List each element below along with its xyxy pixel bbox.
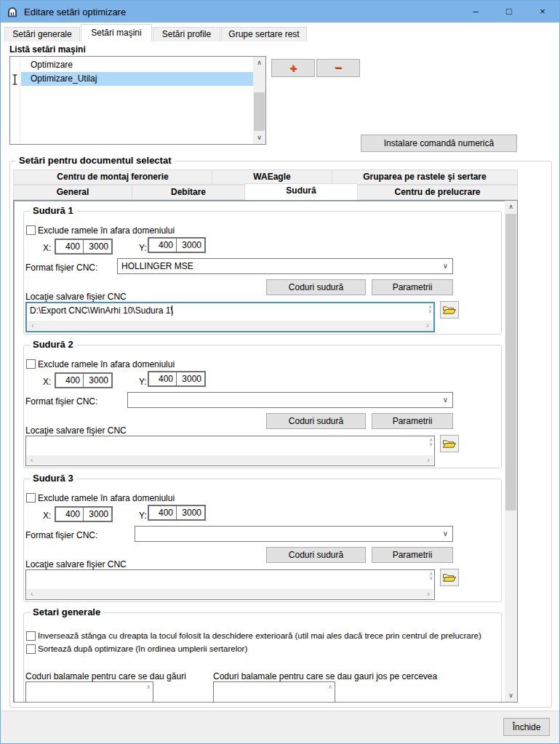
add-machine-button[interactable]: + xyxy=(271,59,315,77)
format-cnc-label: Format fişier CNC: xyxy=(25,396,97,407)
scroll-up-icon[interactable]: ∧ xyxy=(253,57,265,69)
y-max-field[interactable]: 3000 xyxy=(177,506,204,519)
scroll-down-icon[interactable]: ∨ xyxy=(505,689,517,702)
y-max-field[interactable]: 3000 xyxy=(177,239,204,252)
sorteaza-checkbox[interactable] xyxy=(26,644,36,654)
scroll-right-icon[interactable]: › xyxy=(427,590,430,598)
machine-list-label: Listă setări maşini xyxy=(9,44,86,55)
list-item-selected[interactable]: Optimizare_Utilaj xyxy=(21,72,253,86)
scrollbar-thumb[interactable] xyxy=(254,92,265,131)
scroll-up-icon[interactable]: ∧ xyxy=(505,201,517,213)
remove-machine-button[interactable]: − xyxy=(316,59,360,77)
sudura-2-group: Sudură 2 Exclude ramele în afara domeniu… xyxy=(23,345,502,468)
scroll-up-icon[interactable]: ∧ xyxy=(146,684,151,690)
textarea-vscroll-icons[interactable]: ∧∨ xyxy=(428,305,432,313)
hinge-codes-label-2: Coduri balamale pentru care se dau gauri… xyxy=(213,671,437,681)
browse-folder-button[interactable] xyxy=(440,435,459,452)
textarea-hscrollbar[interactable]: ‹› xyxy=(27,455,433,465)
exclude-frames-label: Exclude ramele în afara domeniului xyxy=(38,225,175,236)
doc-settings-group-title: Setări pentru documentul selectat xyxy=(16,155,175,166)
x-max-field[interactable]: 3000 xyxy=(84,508,111,521)
scroll-right-icon[interactable]: › xyxy=(426,321,429,329)
textarea-hscrollbar[interactable]: ‹› xyxy=(27,589,433,599)
scroll-right-icon[interactable]: › xyxy=(427,456,430,464)
location-textarea[interactable]: ∧∨ ‹› xyxy=(25,436,435,466)
parametrii-button[interactable]: Parametrii xyxy=(372,279,453,295)
x-min-field[interactable]: 400 xyxy=(56,508,84,521)
panel-scrollbar[interactable]: ∧ ∨ xyxy=(505,201,517,702)
textarea-vscroll-icons[interactable]: ∧∨ xyxy=(429,438,433,447)
inverseaza-checkbox[interactable] xyxy=(26,631,36,641)
tab-waeagle[interactable]: WAEagle xyxy=(212,169,332,185)
x-min-field[interactable]: 400 xyxy=(56,240,84,253)
sudura-1-title: Sudură 1 xyxy=(30,205,76,216)
exclude-frames-checkbox[interactable] xyxy=(26,359,36,369)
hinge-codes-textarea-1[interactable]: ∧ xyxy=(25,681,153,703)
folder-open-icon xyxy=(442,439,457,449)
browse-folder-button[interactable] xyxy=(440,569,459,586)
tab-gruparea-rastele-sertare[interactable]: Gruparea pe rastele şi sertare xyxy=(332,169,518,185)
x-max-field[interactable]: 3000 xyxy=(84,374,111,387)
y-label: Y: xyxy=(139,511,147,521)
minimize-button[interactable]: – xyxy=(459,1,492,23)
list-scrollbar[interactable]: ∧ ∨ xyxy=(253,57,265,144)
format-cnc-combobox[interactable]: ∨ xyxy=(135,526,453,542)
location-value: D:\Export CNC\WinArhi 10\Sudura 1\ xyxy=(30,305,173,316)
scroll-up-icon[interactable]: ∧ xyxy=(328,684,332,690)
tab-setari-generale[interactable]: Setări generale xyxy=(4,27,80,41)
y-max-field[interactable]: 3000 xyxy=(177,372,204,385)
x-min-field[interactable]: 400 xyxy=(56,374,84,387)
dialog-footer: Închide xyxy=(1,711,559,743)
textarea-vscroll-icons[interactable]: ∧∨ xyxy=(429,572,433,580)
tab-grupe-sertare-rest[interactable]: Grupe sertare rest xyxy=(221,27,307,41)
parametrii-button[interactable]: Parametrii xyxy=(372,413,453,429)
format-cnc-combobox[interactable]: ∨ xyxy=(127,392,453,408)
sudura-2-title: Sudură 2 xyxy=(30,339,76,350)
y-min-field[interactable]: 400 xyxy=(149,372,177,385)
location-label: Locaţie salvare fişier CNC xyxy=(25,559,127,569)
machine-list: Optimizare Optimizare_Utilaj ∧ ∨ xyxy=(9,56,266,145)
sorteaza-label: Sortează după optimizare (în ordinea ump… xyxy=(38,644,247,653)
y-min-field[interactable]: 400 xyxy=(149,239,177,252)
maximize-button[interactable]: □ xyxy=(492,1,526,23)
close-button[interactable]: Închide xyxy=(503,718,550,736)
coduri-sudura-button[interactable]: Coduri sudură xyxy=(266,547,366,563)
coduri-sudura-button[interactable]: Coduri sudură xyxy=(266,279,366,295)
close-window-button[interactable]: × xyxy=(526,1,559,23)
browse-folder-button[interactable] xyxy=(440,301,459,319)
tab-debitare[interactable]: Debitare xyxy=(132,185,245,200)
sudura-1-group: Sudură 1 Exclude ramele în afara domeniu… xyxy=(23,211,502,335)
install-cnc-button[interactable]: Instalare comandă numerică xyxy=(361,135,517,152)
tab-setari-masini[interactable]: Setări maşini xyxy=(81,24,152,41)
hinge-codes-textarea-2[interactable]: ∧ xyxy=(213,681,335,703)
app-icon xyxy=(7,6,18,17)
parametrii-button[interactable]: Parametrii xyxy=(372,547,453,563)
scroll-down-icon[interactable]: ∨ xyxy=(253,132,265,144)
tab-centru-montaj-feronerie[interactable]: Centru de montaj feronerie xyxy=(13,169,212,185)
text-cursor xyxy=(12,74,18,85)
tab-sudura-selected[interactable]: Sudură xyxy=(244,183,358,200)
scroll-left-icon[interactable]: ‹ xyxy=(31,321,34,329)
format-cnc-value: HOLLINGER MSE xyxy=(121,261,193,271)
y-range-fields: 400 3000 xyxy=(148,371,206,387)
exclude-frames-checkbox[interactable] xyxy=(26,493,36,503)
x-max-field[interactable]: 3000 xyxy=(84,240,111,253)
exclude-frames-checkbox[interactable] xyxy=(26,225,36,235)
location-textarea[interactable]: ∧∨ ‹› xyxy=(25,569,435,600)
location-textarea[interactable]: D:\Export CNC\WinArhi 10\Sudura 1\ ∧∨ ‹› xyxy=(25,302,435,332)
coduri-sudura-button[interactable]: Coduri sudură xyxy=(266,413,366,429)
textarea-hscrollbar[interactable]: ‹› xyxy=(28,321,433,330)
scroll-left-icon[interactable]: ‹ xyxy=(31,456,33,464)
tab-centru-prelucrare[interactable]: Centru de prelucrare xyxy=(357,185,518,200)
folder-open-icon xyxy=(442,305,457,316)
window-title: Editare setări optimizare xyxy=(24,7,126,17)
y-min-field[interactable]: 400 xyxy=(149,506,177,519)
scrollbar-thumb[interactable] xyxy=(505,214,516,511)
x-label: X: xyxy=(43,377,51,387)
tab-general[interactable]: General xyxy=(13,185,132,200)
location-label: Locaţie salvare fişier CNC xyxy=(25,425,127,436)
scroll-left-icon[interactable]: ‹ xyxy=(31,590,33,598)
list-item[interactable]: Optimizare xyxy=(21,58,253,72)
format-cnc-combobox[interactable]: HOLLINGER MSE ∨ xyxy=(117,258,453,274)
tab-setari-profile[interactable]: Setări profile xyxy=(153,27,220,41)
